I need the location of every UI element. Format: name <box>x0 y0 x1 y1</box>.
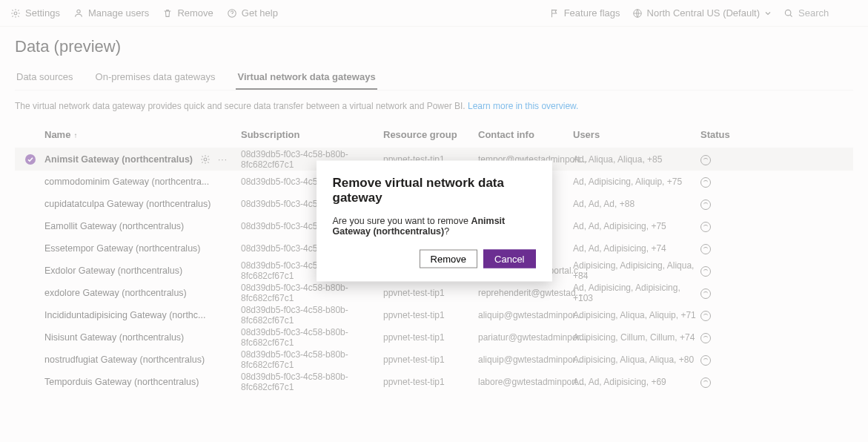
dialog-title: Remove virtual network data gateway <box>333 176 536 205</box>
remove-gateway-dialog: Remove virtual network data gateway Are … <box>317 161 552 282</box>
dialog-cancel-button[interactable]: Cancel <box>483 250 535 268</box>
dialog-remove-button[interactable]: Remove <box>420 250 477 268</box>
dialog-prompt: Are you sure you want to remove Animsit … <box>333 216 536 237</box>
